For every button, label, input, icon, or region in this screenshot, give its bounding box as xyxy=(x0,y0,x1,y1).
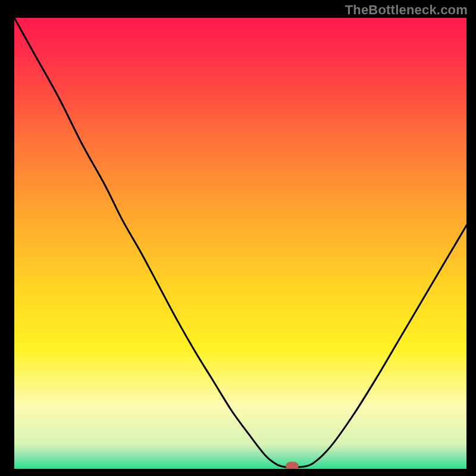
plot-area xyxy=(14,18,466,469)
optimal-point-marker xyxy=(286,462,299,469)
curve-layer xyxy=(14,18,466,469)
watermark-text: TheBottleneck.com xyxy=(345,2,468,18)
chart-frame: TheBottleneck.com xyxy=(0,0,476,476)
bottleneck-curve-path xyxy=(14,18,466,468)
